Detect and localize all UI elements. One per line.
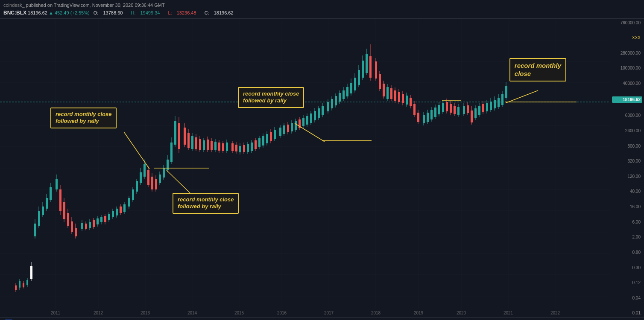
ohlc-bar: O: 13788.60 H: 19499.34 L: 13236.48 C: 1… (91, 10, 240, 15)
price-label: 18196.62 (28, 10, 47, 15)
symbol-label: BNC:BLX (3, 10, 26, 16)
x-label-2019: 2019 (414, 311, 423, 315)
y-label-40: 40.00 (612, 189, 642, 194)
chart-header: coindesk_ published on TradingView.com, … (0, 0, 644, 19)
x-label-2011: 2011 (51, 311, 60, 315)
close-value: 18196.62 (214, 10, 234, 15)
low-value: 13236.48 (177, 10, 196, 15)
open-value: 13788.60 (103, 10, 123, 15)
y-label-760000: 760000.00 (612, 20, 642, 25)
x-label-2016: 2016 (277, 311, 287, 315)
annotation-upper-left: record monthly close followed by rally (50, 108, 117, 129)
x-label-2018: 2018 (371, 311, 381, 315)
y-label-012: 0.12 (612, 280, 642, 285)
y-label-2: 2.00 (612, 235, 642, 239)
x-axis: 2011 2012 2013 2014 2015 2016 2017 2018 … (0, 309, 576, 317)
change-label: ▲ 452.49 (+2.55%) (49, 10, 90, 15)
y-label-6000: 6000.00 (612, 113, 642, 118)
y-label-004: 0.04 (612, 296, 642, 300)
annotation-lower-middle: record monthly closefollowed by rally (173, 193, 239, 214)
source-label: coindesk_ (3, 3, 25, 8)
y-label-320: 320.00 (612, 159, 642, 163)
y-label-6: 6.00 (612, 220, 642, 224)
platform-label: published on TradingView.com, November 3… (26, 3, 165, 8)
annotation-top-right: record monthlyclose (509, 58, 566, 81)
footer: TV TradingView (0, 317, 644, 320)
annotation-middle: record monthly closefollowed by rally (238, 87, 304, 108)
y-label-40000: 40000.00 (612, 81, 642, 86)
y-label-100000: 100000.00 (612, 66, 642, 70)
y-label-16: 16.00 (612, 204, 642, 209)
x-label-2021: 2021 (503, 311, 513, 315)
y-label-120: 120.00 (612, 174, 642, 179)
y-label-280000: 280000.00 (612, 51, 642, 55)
y-label-xxx: XXX (612, 35, 642, 40)
x-label-2017: 2017 (324, 311, 334, 315)
chart-container: Monthly chart (0, 19, 644, 317)
x-label-2013: 2013 (141, 311, 150, 315)
y-label-2400: 2400.00 (612, 128, 642, 133)
x-label-2022: 2022 (550, 311, 560, 315)
y-label-800: 800.00 (612, 144, 642, 148)
x-label-2012: 2012 (94, 311, 103, 315)
y-label-030: 0.30 (612, 265, 642, 270)
y-label-001: 0.01 (612, 311, 642, 315)
y-label-current: 18196.62 (612, 96, 642, 103)
x-label-2014: 2014 (187, 311, 197, 315)
high-value: 19499.34 (141, 10, 160, 15)
chart-area[interactable]: Monthly chart (0, 19, 610, 317)
x-label-2020: 2020 (457, 311, 466, 315)
x-label-2015: 2015 (234, 311, 244, 315)
y-label-080: 0.80 (612, 250, 642, 255)
y-axis: 760000.00 XXX 280000.00 100000.00 40000.… (610, 19, 644, 317)
